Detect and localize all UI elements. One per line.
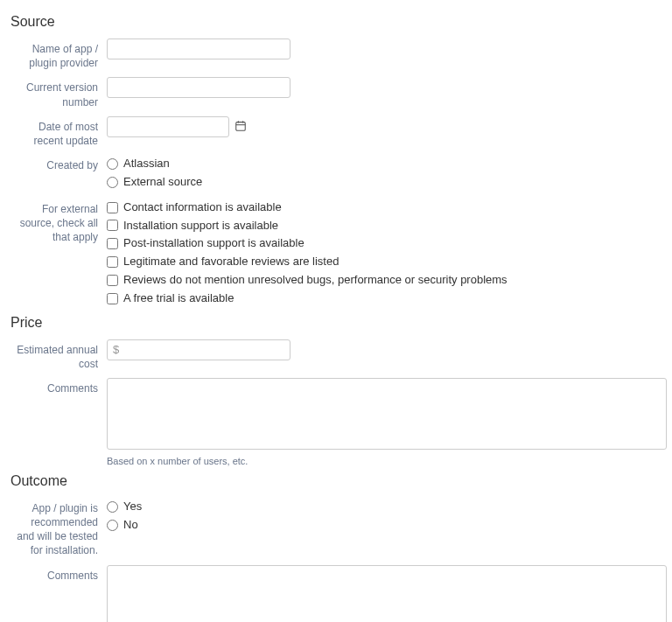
- check-reviews-clean-label: Reviews do not mention unresolved bugs, …: [123, 271, 508, 290]
- created-by-external-label: External source: [123, 173, 202, 192]
- source-heading: Source: [10, 14, 662, 30]
- price-comments-help: Based on x number of users, etc.: [107, 456, 662, 466]
- check-contact[interactable]: [107, 202, 118, 213]
- version-input[interactable]: [107, 77, 290, 98]
- price-comments-label: Comments: [10, 378, 107, 395]
- app-name-label: Name of app / plugin provider: [10, 38, 107, 70]
- svg-rect-0: [236, 122, 246, 131]
- recommend-yes-label: Yes: [123, 498, 142, 516]
- check-reviews-listed-label: Legitimate and favorable reviews are lis…: [123, 253, 339, 271]
- check-free-trial[interactable]: [107, 293, 118, 304]
- external-checks-label: For external source, check all that appl…: [10, 199, 107, 245]
- outcome-comments-label: Comments: [10, 565, 107, 583]
- check-contact-label: Contact information is available: [123, 199, 282, 217]
- outcome-comments-textarea[interactable]: [107, 565, 667, 622]
- price-heading: Price: [10, 315, 662, 331]
- cost-label: Estimated annual cost: [10, 339, 107, 371]
- check-install-support[interactable]: [107, 220, 118, 231]
- recommend-yes-radio[interactable]: [107, 501, 118, 513]
- created-by-atlassian-label: Atlassian: [123, 155, 170, 173]
- app-name-input[interactable]: [107, 38, 290, 59]
- recommend-no-radio[interactable]: [107, 520, 118, 531]
- version-label: Current version number: [10, 77, 107, 108]
- created-by-external-radio[interactable]: [107, 177, 118, 188]
- recommend-no-label: No: [123, 516, 138, 535]
- date-label: Date of most recent update: [10, 116, 107, 148]
- check-reviews-clean[interactable]: [107, 275, 118, 286]
- cost-input[interactable]: [107, 339, 290, 360]
- check-post-install-support-label: Post-installation support is available: [123, 234, 304, 253]
- check-free-trial-label: A free trial is available: [123, 290, 234, 308]
- price-comments-textarea[interactable]: [107, 378, 667, 450]
- created-by-label: Created by: [10, 155, 107, 172]
- check-install-support-label: Installation support is available: [123, 217, 278, 235]
- date-input[interactable]: [107, 116, 229, 137]
- created-by-atlassian-radio[interactable]: [107, 158, 118, 170]
- outcome-heading: Outcome: [10, 473, 662, 489]
- calendar-icon[interactable]: [234, 120, 247, 135]
- check-post-install-support[interactable]: [107, 238, 118, 249]
- check-reviews-listed[interactable]: [107, 256, 118, 268]
- recommend-label: App / plugin is recommended and will be …: [10, 498, 107, 558]
